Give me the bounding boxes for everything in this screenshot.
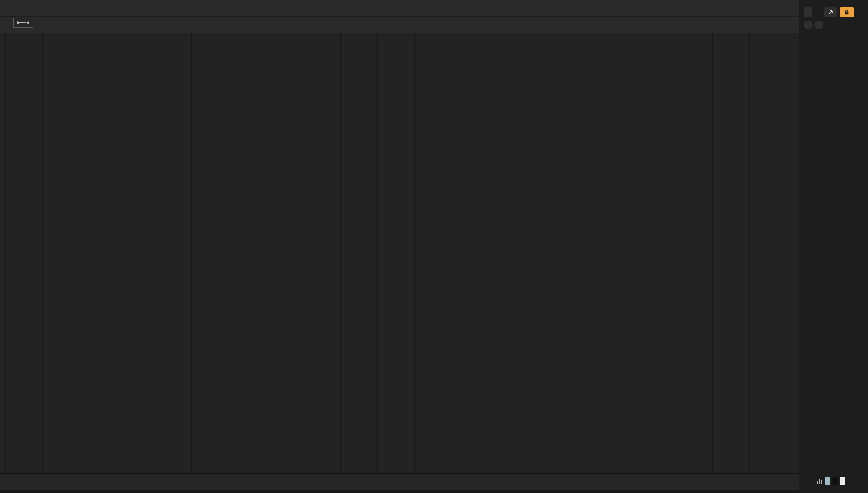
arrangement-lanes	[0, 34, 799, 473]
panel-top-controls	[799, 0, 868, 33]
bar-gridlines	[0, 34, 799, 473]
time-ruler[interactable]	[0, 473, 799, 493]
loop-region-widget[interactable]	[13, 18, 33, 28]
zoom-fit-button[interactable]	[824, 7, 837, 17]
height-button[interactable]	[832, 477, 837, 486]
diagonal-arrows-icon	[827, 9, 834, 16]
panel-bottom-controls	[799, 476, 868, 486]
lock-button[interactable]	[840, 7, 854, 17]
zoom-level[interactable]	[825, 477, 830, 486]
loop-brace-icon	[16, 20, 31, 26]
back-button[interactable]	[804, 21, 813, 29]
width-button[interactable]	[840, 477, 845, 486]
forward-button[interactable]	[814, 21, 823, 29]
meter-icon	[817, 478, 822, 484]
lock-icon	[844, 9, 850, 15]
arrangement-view	[0, 0, 868, 493]
set-button[interactable]	[804, 7, 812, 17]
bar-ruler[interactable]	[0, 0, 799, 33]
track-panel	[799, 0, 868, 493]
timeline	[0, 0, 799, 493]
